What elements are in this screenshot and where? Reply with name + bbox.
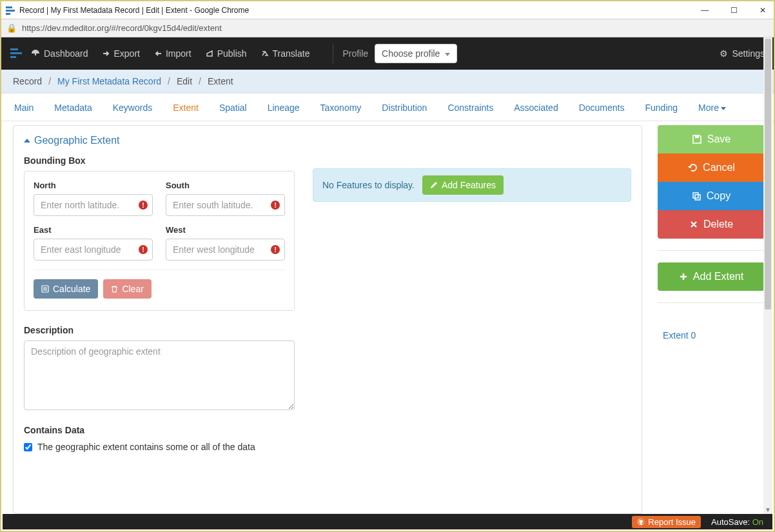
description-textarea[interactable] xyxy=(24,340,295,410)
translate-icon xyxy=(261,50,269,57)
bounding-box-heading: Bounding Box xyxy=(24,155,295,166)
copy-button[interactable]: Copy xyxy=(658,182,765,210)
clear-button[interactable]: Clear xyxy=(103,279,151,299)
no-features-text: No Features to display. xyxy=(322,180,415,190)
contains-label: The geographic extent contains some or a… xyxy=(37,442,255,452)
west-input[interactable] xyxy=(166,239,285,261)
dashboard-icon xyxy=(31,49,40,58)
sidebar-divider xyxy=(658,250,765,251)
export-icon xyxy=(103,50,110,57)
status-bar: Report Issue AutoSave: On xyxy=(3,514,772,529)
publish-icon xyxy=(206,50,213,57)
sidebar-divider xyxy=(658,302,765,303)
lock-icon: 🔒 xyxy=(6,23,17,33)
features-alert: No Features to display. Add Features xyxy=(313,168,631,202)
error-icon: ! xyxy=(139,245,148,254)
nav-import-label: Import xyxy=(166,48,191,59)
gear-icon: ⚙ xyxy=(720,48,728,59)
trash-icon xyxy=(111,285,118,293)
autosave-status: AutoSave: On xyxy=(711,517,763,527)
error-icon: ! xyxy=(271,245,280,254)
extent-list: Extent 0 xyxy=(658,326,765,344)
nav-publish[interactable]: Publish xyxy=(206,48,247,59)
north-input[interactable] xyxy=(34,194,153,216)
window-title: Record | My First Metadata Record | Edit… xyxy=(19,6,249,15)
browser-addressbar: 🔒 https://dev.mdeditor.org/#/record/0kgv… xyxy=(1,19,774,37)
east-input[interactable] xyxy=(34,239,153,261)
breadcrumb-edit: Edit xyxy=(177,76,192,86)
plus-icon xyxy=(679,272,688,281)
github-icon xyxy=(637,518,645,526)
east-label: East xyxy=(34,225,153,235)
nav-settings[interactable]: ⚙ Settings xyxy=(720,48,765,59)
svg-rect-13 xyxy=(695,195,700,200)
breadcrumb-sep: / xyxy=(199,76,201,86)
nav-publish-label: Publish xyxy=(217,48,247,59)
add-extent-label: Add Extent xyxy=(693,271,743,282)
svg-rect-2 xyxy=(6,13,10,15)
window-maximize-icon[interactable]: ☐ xyxy=(727,6,741,15)
cancel-button[interactable]: Cancel xyxy=(658,153,765,182)
svg-rect-12 xyxy=(693,193,698,198)
autosave-value: On xyxy=(752,517,763,527)
add-extent-button[interactable]: Add Extent xyxy=(658,262,765,291)
contains-checkbox[interactable] xyxy=(24,443,32,451)
autosave-label: AutoSave: xyxy=(711,517,750,527)
svg-rect-0 xyxy=(6,6,12,8)
panel-title-label: Geographic Extent xyxy=(34,135,120,146)
panel-title[interactable]: Geographic Extent xyxy=(24,135,631,146)
nav-import[interactable]: Import xyxy=(154,48,191,59)
breadcrumb-my-record[interactable]: My First Metadata Record xyxy=(57,76,161,86)
save-button[interactable]: Save xyxy=(658,125,765,153)
contains-heading: Contains Data xyxy=(24,425,295,435)
svg-rect-11 xyxy=(695,135,699,138)
nav-translate[interactable]: Translate xyxy=(261,48,310,59)
breadcrumb: Record / My First Metadata Record / Edit… xyxy=(1,70,774,94)
browser-url[interactable]: https://dev.mdeditor.org/#/record/0kgv15… xyxy=(22,23,222,33)
top-navbar: Dashboard Export Import Publish Translat… xyxy=(1,37,774,70)
vertical-scrollbar[interactable]: ▲ ▼ xyxy=(763,37,772,514)
geographic-extent-panel: Geographic Extent Bounding Box North ! xyxy=(13,125,642,514)
tab-more-label: More xyxy=(698,103,719,113)
nav-dashboard[interactable]: Dashboard xyxy=(31,48,88,59)
chevron-down-icon xyxy=(721,107,726,110)
extent-list-item[interactable]: Extent 0 xyxy=(658,326,765,344)
chevron-up-icon xyxy=(24,139,30,143)
svg-rect-3 xyxy=(10,48,18,50)
error-icon: ! xyxy=(271,201,280,210)
import-icon xyxy=(154,50,162,57)
calculator-icon xyxy=(41,285,49,293)
north-label: North xyxy=(34,181,153,190)
brand-logo-icon[interactable] xyxy=(10,48,22,59)
bounding-box-card: North ! South ! xyxy=(24,171,295,311)
delete-button[interactable]: Delete xyxy=(658,210,765,239)
report-issue-label: Report Issue xyxy=(648,517,696,527)
breadcrumb-sep: / xyxy=(48,76,51,86)
delete-label: Delete xyxy=(703,219,733,230)
report-issue-button[interactable]: Report Issue xyxy=(632,516,701,528)
svg-rect-6 xyxy=(35,52,36,55)
scroll-thumb[interactable] xyxy=(765,39,771,310)
copy-icon xyxy=(692,192,701,201)
description-heading: Description xyxy=(24,325,295,335)
profile-select-value: Choose profile xyxy=(382,48,440,59)
add-features-button[interactable]: Add Features xyxy=(422,175,504,195)
pencil-icon xyxy=(430,181,438,189)
close-icon xyxy=(689,220,698,229)
calculate-button[interactable]: Calculate xyxy=(34,279,98,299)
nav-translate-label: Translate xyxy=(273,48,310,59)
nav-export-label: Export xyxy=(114,48,140,59)
scroll-down-icon[interactable]: ▼ xyxy=(763,505,772,514)
navbar-divider xyxy=(333,44,333,63)
nav-export[interactable]: Export xyxy=(103,48,140,59)
window-close-icon[interactable]: ✕ xyxy=(756,6,770,15)
clear-label: Clear xyxy=(122,284,143,294)
south-input[interactable] xyxy=(166,194,285,216)
breadcrumb-extent: Extent xyxy=(208,76,233,86)
calculate-label: Calculate xyxy=(53,284,90,294)
profile-select[interactable]: Choose profile xyxy=(375,44,457,63)
window-minimize-icon[interactable]: — xyxy=(697,6,712,15)
undo-icon xyxy=(687,163,698,173)
cancel-label: Cancel xyxy=(703,162,735,173)
copy-label: Copy xyxy=(707,190,731,202)
